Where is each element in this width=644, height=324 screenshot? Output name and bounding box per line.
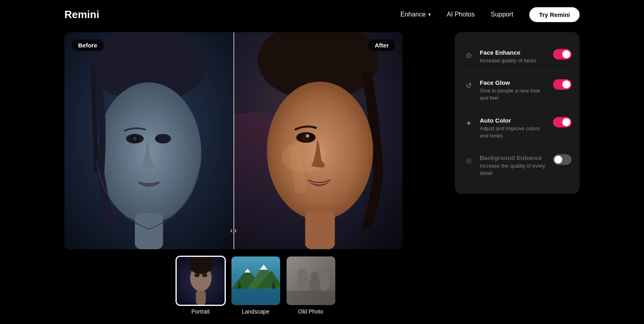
navbar: Remini Enhance ▾ AI Photos Support Try R… (0, 0, 644, 29)
background-enhance-icon: ⊞ (463, 155, 474, 166)
nav-enhance[interactable]: Enhance ▾ (400, 11, 431, 18)
face-enhance-toggle[interactable] (553, 49, 572, 59)
svg-rect-40 (287, 256, 336, 306)
thumbnail-old-photo-img (286, 256, 336, 306)
feature-auto-color: ✦ Auto Color Adjust and improve colors a… (463, 110, 572, 147)
svg-point-6 (133, 137, 137, 141)
right-panel: ⊙ Face Enhance Increase quality of faces… (455, 32, 580, 194)
nav-support[interactable]: Support (491, 11, 513, 18)
toggle-thumb (562, 118, 570, 126)
arrow-left-icon: ‹ (230, 226, 233, 235)
main-content: Before After (0, 29, 644, 324)
face-glow-title: Face Glow (480, 79, 547, 86)
chevron-down-icon: ▾ (428, 12, 431, 17)
face-enhance-icon: ⊙ (463, 50, 474, 61)
thumbnail-row: Portrait (64, 256, 447, 318)
feature-background-enhance: ⊞ Background Enhance Increase the qualit… (463, 147, 572, 184)
svg-rect-20 (196, 291, 206, 305)
left-panel: Before After (64, 29, 447, 324)
background-enhance-toggle[interactable] (553, 154, 572, 165)
after-image (233, 32, 402, 249)
arrow-right-icon: › (234, 226, 237, 235)
svg-point-22 (202, 273, 207, 277)
after-label: After (368, 39, 395, 51)
toggle-thumb (554, 156, 562, 164)
svg-point-7 (155, 134, 171, 144)
image-compare[interactable]: Before After (64, 32, 402, 249)
svg-point-15 (301, 133, 310, 142)
svg-point-21 (194, 273, 199, 277)
feature-face-enhance: ⊙ Face Enhance Increase quality of faces (463, 42, 572, 72)
feature-face-glow: ↺ Face Glow Give to people a new look an… (463, 72, 572, 109)
try-remini-button[interactable]: Try Remini (529, 7, 580, 22)
background-enhance-title: Background Enhance (480, 154, 547, 161)
auto-color-desc: Adjust and improve colors and tones (480, 125, 547, 139)
svg-point-19 (188, 256, 213, 274)
svg-rect-3 (135, 213, 163, 249)
compare-divider (233, 32, 234, 249)
thumbnail-portrait[interactable]: Portrait (175, 256, 226, 315)
svg-point-16 (306, 134, 309, 137)
thumbnail-landscape-img (231, 256, 281, 306)
thumbnail-old-photo-label: Old Photo (298, 308, 323, 315)
face-glow-toggle[interactable] (553, 79, 572, 90)
toggle-thumb (562, 50, 570, 58)
svg-rect-27 (231, 289, 281, 306)
before-image (64, 32, 233, 249)
thumbnail-old-photo[interactable]: Old Photo (286, 256, 336, 315)
svg-rect-12 (305, 211, 335, 249)
thumbnail-landscape[interactable]: Landscape (231, 256, 281, 315)
nav-links: Enhance ▾ AI Photos Support (400, 11, 514, 18)
background-enhance-desc: Increase the quality of every detail (480, 162, 547, 177)
auto-color-icon: ✦ (463, 118, 474, 129)
face-enhance-desc: Increase quality of faces (480, 57, 547, 64)
face-glow-icon: ↺ (463, 80, 474, 91)
brand-logo: Remini (64, 8, 99, 21)
nav-ai-photos[interactable]: AI Photos (447, 11, 475, 18)
thumbnail-portrait-img (175, 256, 226, 306)
auto-color-title: Auto Color (480, 117, 547, 124)
before-label: Before (72, 39, 104, 51)
thumbnail-landscape-label: Landscape (242, 308, 270, 315)
compare-handle[interactable]: ‹ › (230, 226, 237, 235)
thumbnail-portrait-label: Portrait (191, 308, 209, 315)
face-glow-desc: Give to people a new look and feel (480, 87, 547, 102)
toggle-thumb (562, 80, 570, 88)
auto-color-toggle[interactable] (553, 117, 572, 127)
face-enhance-title: Face Enhance (480, 49, 547, 56)
